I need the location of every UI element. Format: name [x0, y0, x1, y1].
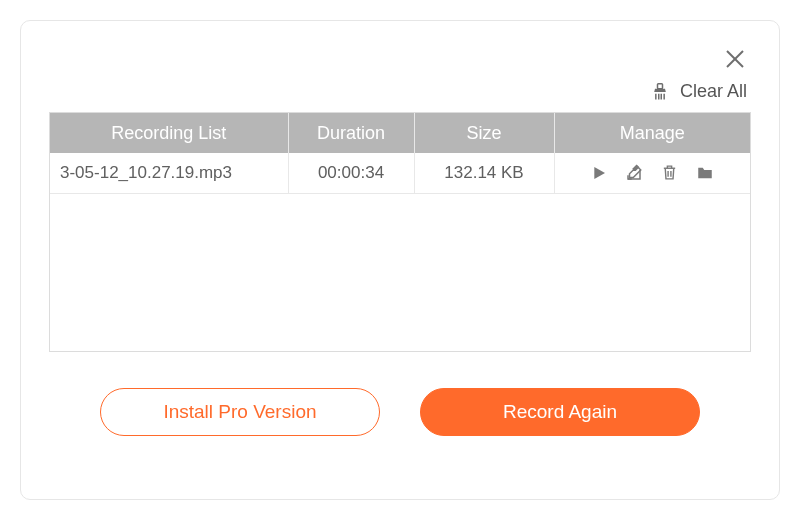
record-again-button[interactable]: Record Again	[420, 388, 700, 436]
install-pro-button[interactable]: Install Pro Version	[100, 388, 380, 436]
clear-all-label: Clear All	[680, 81, 747, 102]
folder-icon	[696, 164, 714, 182]
clear-all-button[interactable]: Clear All	[49, 81, 751, 102]
col-header-manage: Manage	[554, 113, 750, 153]
topbar	[49, 43, 751, 75]
close-button[interactable]	[719, 43, 751, 75]
cell-filename: 3-05-12_10.27.19.mp3	[50, 153, 288, 193]
edit-icon	[625, 164, 643, 182]
play-icon	[591, 165, 607, 181]
brush-icon	[650, 82, 670, 102]
col-header-duration: Duration	[288, 113, 414, 153]
table-row[interactable]: 3-05-12_10.27.19.mp3 00:00:34 132.14 KB	[50, 153, 750, 193]
col-header-recording-list: Recording List	[50, 113, 288, 153]
recording-dialog: Clear All Recording List Duration Size M…	[20, 20, 780, 500]
recording-table: Recording List Duration Size Manage 3-05…	[49, 112, 751, 352]
table-header-row: Recording List Duration Size Manage	[50, 113, 750, 153]
delete-button[interactable]	[661, 164, 678, 181]
trash-icon	[661, 164, 678, 181]
install-pro-label: Install Pro Version	[163, 401, 316, 423]
svg-marker-7	[594, 167, 605, 179]
cell-duration: 00:00:34	[288, 153, 414, 193]
col-header-size: Size	[414, 113, 554, 153]
svg-rect-2	[657, 83, 662, 88]
button-row: Install Pro Version Record Again	[49, 388, 751, 436]
play-button[interactable]	[591, 165, 607, 181]
open-folder-button[interactable]	[696, 164, 714, 182]
cell-size: 132.14 KB	[414, 153, 554, 193]
record-again-label: Record Again	[503, 401, 617, 423]
edit-button[interactable]	[625, 164, 643, 182]
close-icon	[723, 47, 747, 71]
cell-manage	[554, 153, 750, 193]
